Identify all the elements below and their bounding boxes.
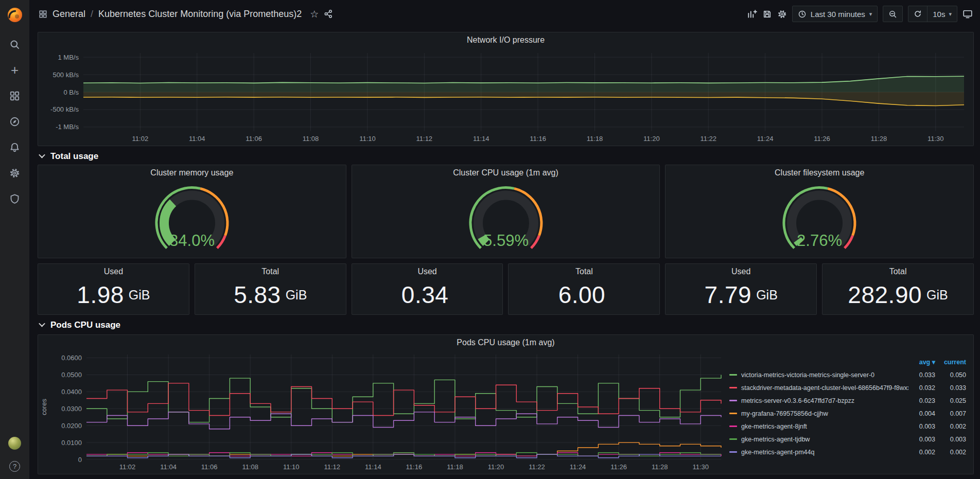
- svg-text:0 B/s: 0 B/s: [63, 88, 79, 96]
- legend-row: victoria-metrics-victoria-metrics-single…: [729, 368, 966, 381]
- panel-title[interactable]: Pods CPU usage (1m avg): [38, 335, 973, 350]
- section-total-usage[interactable]: Total usage: [38, 148, 974, 165]
- svg-text:500 kB/s: 500 kB/s: [52, 71, 79, 79]
- svg-text:11:08: 11:08: [303, 135, 319, 143]
- svg-text:11:04: 11:04: [189, 135, 205, 143]
- user-avatar[interactable]: [8, 437, 21, 450]
- legend-current-value: 0.025: [935, 397, 966, 404]
- svg-text:11:14: 11:14: [365, 463, 381, 471]
- caret-down-icon: ▾: [869, 11, 872, 17]
- legend-series-name[interactable]: gke-metrics-agent-8jnft: [729, 423, 908, 430]
- section-pods-cpu-usage[interactable]: Pods CPU usage: [38, 317, 974, 333]
- server-admin-shield-icon[interactable]: [9, 192, 21, 205]
- breadcrumb-root[interactable]: General: [52, 9, 85, 20]
- legend-row: stackdriver-metadata-agent-cluster-level…: [729, 381, 966, 394]
- legend-row: gke-metrics-agent-8jnft0.0030.002: [729, 420, 966, 433]
- stat-value: 7.79GiB: [666, 279, 816, 314]
- legend-row: my-grafana-769575856d-cjjhw0.0040.007: [729, 407, 966, 420]
- legend-sort-avg[interactable]: avg ▾: [908, 358, 935, 366]
- share-icon[interactable]: [324, 9, 333, 19]
- svg-text:11:22: 11:22: [700, 135, 716, 143]
- legend-swatch-icon: [729, 387, 737, 388]
- stat-title[interactable]: Total: [195, 264, 346, 279]
- refresh-icon: [914, 10, 922, 18]
- configuration-gear-icon[interactable]: [9, 167, 21, 179]
- stat-value: 0.34: [352, 279, 503, 314]
- svg-text:0.0200: 0.0200: [61, 422, 82, 430]
- svg-text:11:02: 11:02: [119, 463, 136, 471]
- memory-gauge: 34.0%: [38, 181, 346, 258]
- legend-current-value: 0.003: [935, 436, 966, 443]
- panel-filesystem-total: Total 282.90GiB: [822, 263, 974, 315]
- time-range-label: Last 30 minutes: [811, 10, 865, 19]
- save-icon[interactable]: [762, 9, 772, 19]
- legend-series-name[interactable]: my-grafana-769575856d-cjjhw: [729, 410, 908, 417]
- panel-title[interactable]: Cluster CPU usage (1m avg): [352, 165, 660, 181]
- dashboard-title[interactable]: Kubernetes Cluster Monitoring (via Prome…: [98, 9, 302, 20]
- zoom-out-icon: [888, 10, 897, 19]
- add-panel-icon[interactable]: [747, 9, 757, 19]
- stat-number: 0.34: [401, 281, 449, 309]
- zoom-out-button[interactable]: [883, 6, 903, 22]
- network-io-chart[interactable]: 1 MB/s500 kB/s0 B/s-500 kB/s-1 MB/s11:02…: [38, 48, 973, 146]
- svg-text:11:04: 11:04: [160, 463, 177, 471]
- stat-title[interactable]: Total: [822, 264, 973, 279]
- svg-text:11:30: 11:30: [927, 135, 944, 143]
- legend-row: gke-metrics-agent-pm44q0.0020.002: [729, 446, 966, 458]
- stat-title[interactable]: Used: [38, 264, 189, 279]
- stat-title[interactable]: Used: [352, 264, 503, 279]
- legend-series-name[interactable]: gke-metrics-agent-tjdbw: [729, 436, 908, 443]
- legend-sort-current[interactable]: current: [935, 359, 966, 366]
- stat-number: 1.98: [77, 281, 124, 309]
- legend-swatch-icon: [729, 451, 737, 453]
- sidebar-nav: +: [9, 38, 21, 205]
- panel-title[interactable]: Cluster filesystem usage: [666, 165, 973, 181]
- dashboard-canvas: Network I/O pressure 1 MB/s500 kB/s0 B/s…: [29, 28, 980, 479]
- panel-cpu-total: Total 6.00: [508, 263, 660, 315]
- kiosk-monitor-icon[interactable]: [962, 9, 973, 19]
- caret-down-icon: ▾: [949, 11, 952, 17]
- search-icon[interactable]: [9, 38, 21, 50]
- section-label: Pods CPU usage: [50, 320, 120, 330]
- panel-network-io-pressure: Network I/O pressure 1 MB/s500 kB/s0 B/s…: [38, 32, 974, 146]
- grafana-logo-icon[interactable]: [5, 5, 25, 25]
- legend-current-value: 0.002: [935, 423, 966, 430]
- svg-text:5.59%: 5.59%: [483, 232, 529, 250]
- time-range-picker[interactable]: Last 30 minutes ▾: [792, 6, 878, 22]
- star-icon[interactable]: ☆: [310, 8, 319, 20]
- help-icon[interactable]: ?: [9, 461, 20, 472]
- svg-text:2.76%: 2.76%: [797, 232, 842, 250]
- panel-title[interactable]: Cluster memory usage: [38, 165, 346, 181]
- svg-text:11:28: 11:28: [871, 135, 887, 143]
- svg-text:11:16: 11:16: [530, 135, 546, 143]
- panel-title[interactable]: Network I/O pressure: [38, 32, 973, 48]
- alerting-bell-icon[interactable]: [9, 141, 21, 153]
- legend-series-name[interactable]: gke-metrics-agent-pm44q: [729, 449, 908, 456]
- sidebar: +: [0, 0, 29, 479]
- legend-header: avg ▾current: [729, 356, 966, 368]
- dashboards-icon[interactable]: [9, 90, 21, 102]
- refresh-interval-select[interactable]: 10s ▾: [927, 6, 957, 22]
- explore-compass-icon[interactable]: [9, 115, 21, 128]
- svg-text:11:18: 11:18: [587, 135, 603, 143]
- panel-cpu-used: Used 0.34: [352, 263, 503, 315]
- breadcrumb-separator: /: [91, 9, 93, 20]
- refresh-button[interactable]: [908, 6, 927, 22]
- create-plus-icon[interactable]: +: [9, 64, 21, 76]
- legend-avg-value: 0.032: [908, 384, 935, 392]
- svg-text:11:14: 11:14: [473, 135, 489, 143]
- legend-series-name[interactable]: victoria-metrics-victoria-metrics-single…: [729, 371, 908, 379]
- pods-legend: avg ▾currentvictoria-metrics-victoria-me…: [726, 350, 973, 474]
- stat-value: 282.90GiB: [822, 279, 973, 314]
- svg-text:11:30: 11:30: [692, 463, 709, 471]
- svg-text:11:24: 11:24: [757, 135, 774, 143]
- legend-current-value: 0.007: [935, 410, 966, 417]
- legend-series-name[interactable]: stackdriver-metadata-agent-cluster-level…: [729, 384, 908, 392]
- topbar: General / Kubernetes Cluster Monitoring …: [29, 0, 980, 28]
- pods-cpu-chart[interactable]: 00.01000.02000.03000.04000.05000.060011:…: [38, 350, 726, 474]
- stat-title[interactable]: Used: [666, 264, 816, 279]
- legend-swatch-icon: [729, 374, 737, 376]
- stat-title[interactable]: Total: [509, 264, 659, 279]
- legend-series-name[interactable]: metrics-server-v0.3.6-6c47ffd7d7-bzpzz: [729, 397, 908, 404]
- settings-gear-icon[interactable]: [777, 9, 787, 19]
